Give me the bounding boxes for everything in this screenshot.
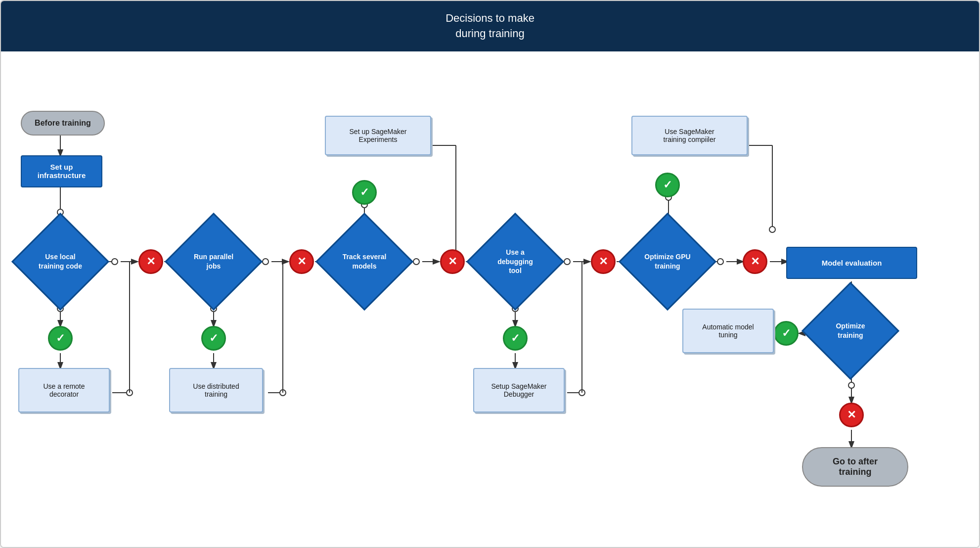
svg-point-21 [263, 259, 268, 265]
setup-sagemaker-debugger-label: Setup SageMaker Debugger [491, 382, 546, 398]
run-parallel-jobs-diamond: Run parallel jobs [179, 227, 248, 296]
go-to-after-training-label: Go to after training [833, 457, 878, 477]
track-several-models-label: Track several models [330, 227, 399, 296]
setup-infrastructure-label: Set up infrastructure [28, 163, 95, 180]
red-x-2: ✕ [289, 249, 314, 274]
green-check-5: ✓ [655, 173, 680, 197]
green-check-2-icon: ✓ [209, 332, 218, 345]
green-check-3: ✓ [352, 180, 377, 205]
optimize-gpu-training-diamond: Optimize GPU training [633, 227, 702, 296]
red-x-5-icon: ✕ [751, 255, 759, 268]
green-check-6-icon: ✓ [782, 327, 791, 340]
header-title: Decisions to make during training [445, 11, 535, 42]
setup-sagemaker-debugger-node: Setup SageMaker Debugger [473, 368, 565, 412]
red-x-3: ✕ [440, 249, 465, 274]
green-check-2: ✓ [201, 326, 226, 351]
model-evaluation-node: Model evaluation [786, 247, 917, 279]
svg-point-58 [848, 382, 854, 388]
main-container: Decisions to make during training [0, 0, 980, 548]
setup-infrastructure-node: Set up infrastructure [21, 155, 102, 187]
svg-point-49 [769, 227, 775, 232]
use-debugging-tool-diamond: Use a debugging tool [481, 227, 550, 296]
use-remote-decorator-label: Use a remote decorator [43, 382, 85, 398]
red-x-1: ✕ [138, 249, 163, 274]
svg-point-51 [717, 259, 723, 265]
green-check-4-icon: ✓ [511, 332, 520, 345]
model-evaluation-label: Model evaluation [822, 259, 882, 267]
diagram-area: Before training Set up infrastructure Us… [1, 51, 979, 547]
red-x-3-icon: ✕ [448, 255, 457, 268]
red-x-6-icon: ✕ [847, 409, 856, 421]
svg-point-41 [564, 259, 570, 265]
green-check-3-icon: ✓ [360, 186, 369, 199]
sagemaker-training-compiler-node: Use SageMaker training compiiler [631, 116, 748, 155]
green-check-6: ✓ [774, 321, 799, 346]
run-parallel-jobs-label: Run parallel jobs [179, 227, 248, 296]
use-remote-decorator-node: Use a remote decorator [18, 368, 110, 412]
use-debugging-tool-label: Use a debugging tool [481, 227, 550, 296]
green-check-1-icon: ✓ [56, 332, 65, 345]
svg-point-9 [127, 390, 133, 396]
red-x-6: ✕ [839, 403, 864, 427]
setup-sagemaker-experiments-node: Set up SageMaker Experiments [325, 116, 431, 155]
green-check-4: ✓ [503, 326, 528, 351]
use-local-training-code-label: Use local training code [26, 227, 95, 296]
optimize-training-label: Optimize training [816, 296, 885, 365]
use-distributed-training-label: Use distributed training [193, 382, 239, 398]
before-training-label: Before training [35, 119, 91, 128]
automatic-model-tuning-label: Automatic model tuning [702, 323, 754, 339]
green-check-5-icon: ✓ [663, 179, 672, 191]
red-x-4: ✕ [591, 249, 616, 274]
track-several-models-diamond: Track several models [330, 227, 399, 296]
green-check-1: ✓ [48, 326, 73, 351]
before-training-node: Before training [21, 111, 105, 136]
red-x-5: ✕ [743, 249, 767, 274]
red-x-2-icon: ✕ [297, 255, 306, 268]
use-distributed-training-node: Use distributed training [169, 368, 263, 412]
header: Decisions to make during training [1, 1, 979, 51]
svg-point-31 [413, 259, 419, 265]
red-x-4-icon: ✕ [599, 255, 608, 268]
go-to-after-training-node: Go to after training [802, 447, 908, 487]
optimize-gpu-training-label: Optimize GPU training [633, 227, 702, 296]
red-x-1-icon: ✕ [146, 255, 155, 268]
automatic-model-tuning-node: Automatic model tuning [682, 309, 774, 353]
sagemaker-training-compiler-label: Use SageMaker training compiiler [664, 128, 716, 143]
svg-point-39 [579, 390, 585, 396]
optimize-training-diamond: Optimize training [816, 296, 885, 365]
svg-point-19 [280, 390, 286, 396]
svg-point-11 [112, 259, 118, 265]
use-local-training-code-diamond: Use local training code [26, 227, 95, 296]
setup-sagemaker-experiments-label: Set up SageMaker Experiments [350, 128, 407, 143]
